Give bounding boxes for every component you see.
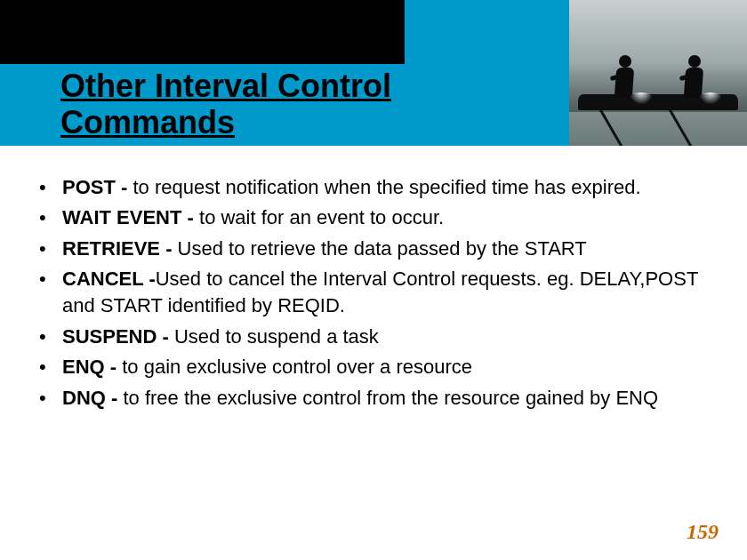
command-desc: Used to cancel the Interval Control requ…: [62, 268, 698, 316]
slide-title: Other Interval Control Commands: [60, 68, 523, 141]
separator: -: [105, 356, 123, 378]
list-item: POST - to request notification when the …: [32, 174, 717, 201]
header-image: [569, 0, 747, 146]
command-desc: to free the exclusive control from the r…: [123, 387, 658, 409]
separator: -: [160, 237, 178, 260]
separator: -: [157, 325, 174, 348]
list-item: ENQ - to gain exclusive control over a r…: [32, 354, 717, 380]
list-item: DNQ - to free the exclusive control from…: [32, 385, 717, 412]
content-area: POST - to request notification when the …: [32, 174, 717, 415]
command-name: POST: [62, 176, 116, 198]
command-name: DNQ: [62, 387, 106, 409]
command-name: WAIT EVENT: [62, 206, 181, 228]
rower-2: [674, 44, 713, 98]
command-name: ENQ: [62, 356, 105, 378]
header-black-box: [0, 0, 405, 64]
command-desc: Used to retrieve the data passed by the …: [178, 237, 587, 260]
list-item: CANCEL -Used to cancel the Interval Cont…: [32, 266, 717, 320]
rower-1: [605, 44, 644, 98]
command-desc: to wait for an event to occur.: [199, 206, 444, 228]
command-name: SUSPEND: [62, 325, 157, 348]
list-item: RETRIEVE - Used to retrieve the data pas…: [32, 236, 717, 262]
separator: -: [143, 268, 155, 290]
command-desc: to gain exclusive control over a resourc…: [122, 356, 472, 378]
list-item: SUSPEND - Used to suspend a task: [32, 324, 717, 350]
command-list: POST - to request notification when the …: [32, 174, 717, 412]
separator: -: [116, 176, 133, 198]
command-desc: to request notification when the specifi…: [133, 176, 640, 198]
command-name: CANCEL: [62, 268, 143, 290]
page-number: 159: [687, 520, 719, 544]
command-name: RETRIEVE: [62, 237, 160, 260]
separator: -: [106, 387, 124, 409]
command-desc: Used to suspend a task: [174, 325, 379, 348]
separator: -: [181, 206, 199, 228]
slide: Other Interval Control Commands POST - t…: [0, 0, 747, 560]
list-item: WAIT EVENT - to wait for an event to occ…: [32, 204, 717, 231]
